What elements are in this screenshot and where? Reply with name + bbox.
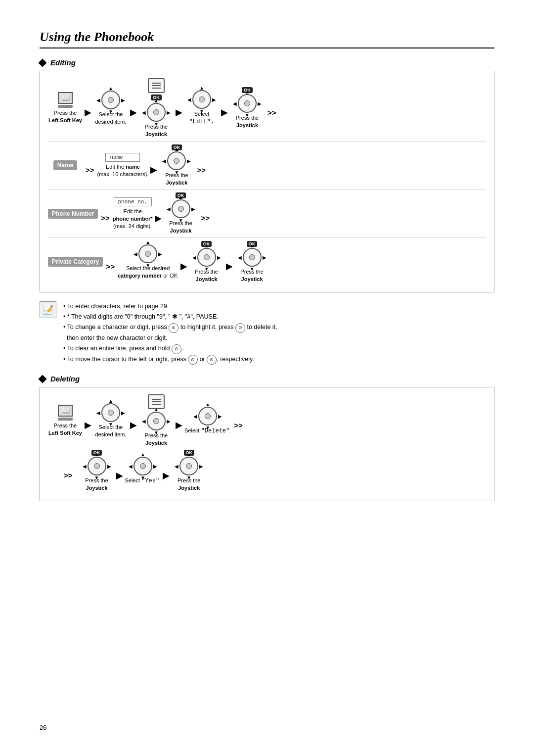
- private-cell: Private Category: [48, 257, 103, 267]
- step1-label: Press the Left Soft Key: [48, 109, 82, 124]
- arrow3: ▶: [176, 107, 182, 118]
- del-sub-wrap3: ▲ ▼ ◀ ▶: [179, 457, 198, 475]
- editing-diagram: 📖 Press the Left Soft Key ▶ ▲ ▼ ◀ ▶ Sele…: [40, 71, 494, 292]
- dbl-arrow-priv1: >>: [106, 262, 115, 271]
- del-softkey-icon: 📖: [58, 405, 73, 421]
- name-input: name: [105, 153, 140, 162]
- softkey-icon: 📖: [58, 92, 73, 108]
- arrow-priv2: ▶: [180, 261, 187, 272]
- name-joystick-cell: OK ▲ ▼ ◀ ▶ Press theJoystick: [159, 144, 194, 187]
- joystick-icon-priv1: [138, 244, 157, 263]
- del-sub-joystick3: OK ▲ ▼ ◀ ▶ Press theJoystick: [172, 450, 206, 492]
- del-joystick-wrap2: ▲ ▼ ◀ ▶: [147, 412, 166, 430]
- del-sub-wrap2: ▲ ▼ ◀ ▶: [134, 457, 152, 475]
- name-cell: Name: [48, 160, 83, 170]
- del-joystick-icon1: [101, 403, 120, 422]
- del-sub-joystick2: ▲ ▼ ◀ ▶ Select "Yes".: [125, 457, 161, 485]
- del-joystick1: ▲ ▼ ◀ ▶ Select thedesired item.: [93, 403, 128, 438]
- step-joystick1: ▲ ▼ ◀ ▶ Select thedesired item.: [93, 91, 128, 126]
- step-joystick3: ▲ ▼ ◀ ▶ Select"Edit".: [184, 90, 219, 126]
- private-row: Private Category >> ▲ ▼ ◀ ▶ Select the d…: [48, 241, 486, 283]
- step-softkey: 📖 Press the Left Soft Key: [48, 92, 83, 124]
- del-select-cell: ▲ ▼ ◀ ▶ Select "Delete".: [184, 407, 231, 435]
- del-arrow2: ▶: [130, 420, 137, 430]
- phone-edit-label: Edit thephone number*(max. 24 digits).: [113, 208, 153, 230]
- diamond-icon-2: [39, 375, 47, 383]
- joystick-name: ▲ ▼ ◀ ▶: [167, 151, 186, 170]
- del-sub-joystick1: OK ▲ ▼ ◀ ▶ Press theJoystick: [80, 450, 114, 492]
- del-step-softkey: 📖 Press theLeft Soft Key: [48, 405, 83, 437]
- page-title: Using the Phonebook: [40, 30, 494, 48]
- note-4: • To clear an entire line, press and hol…: [63, 343, 277, 354]
- phone-cell: Phone Number: [48, 209, 98, 219]
- dbl-arrow-phone2: >>: [201, 214, 210, 222]
- private-label-box: Private Category: [48, 257, 103, 267]
- name-row: Name >> name Edit the name(max. 16 chara…: [48, 144, 486, 187]
- note-2: • * The valid digits are "0" through "9"…: [63, 312, 277, 322]
- note-5: • To move the cursor to the left or righ…: [63, 354, 277, 365]
- joystick-icon3: [192, 90, 211, 109]
- notes-section: 📝 • To enter characters, refer to page 2…: [40, 301, 494, 365]
- joystick-wrap3: ▲ ▼ ◀ ▶: [192, 90, 211, 109]
- joystick-priv2: ▲ ▼ ◀ ▶: [197, 248, 216, 267]
- note-1: • To enter characters, refer to page 29.: [63, 301, 277, 312]
- del-softkey-bar: [58, 418, 73, 421]
- notes-text: • To enter characters, refer to page 29.…: [63, 301, 277, 365]
- private-joystick3-cell: OK ▲ ▼ ◀ ▶ Press theJoystick: [235, 241, 269, 283]
- deleting-sub-row: >> OK ▲ ▼ ◀ ▶ Press theJoystick ▶: [63, 450, 486, 492]
- step-menu-joystick: OK ▲ ▼ ◀ ▶ Press the Joystick: [139, 78, 174, 138]
- name-input-cell: name Edit the name(max. 16 characters).: [97, 153, 149, 178]
- deleting-diagram: 📖 Press theLeft Soft Key ▶ ▲ ▼ ◀ ▶ Selec…: [40, 387, 494, 501]
- del-sub-icon1: [88, 457, 106, 475]
- joystick-icon-name: [167, 151, 186, 170]
- note-3: • To change a character or digit, press …: [63, 322, 277, 343]
- arrow1: ▶: [85, 107, 91, 118]
- dbl-arrow-name1: >>: [86, 166, 94, 174]
- phone-row: Phone Number >> phone no. Edit thephone …: [48, 192, 486, 235]
- name-label-box: Name: [53, 160, 78, 170]
- editing-header: Editing: [40, 58, 494, 67]
- deleting-main-row: 📖 Press theLeft Soft Key ▶ ▲ ▼ ◀ ▶ Selec…: [48, 394, 486, 447]
- del-joystick-icon2: [147, 412, 166, 430]
- del-arrow3: ▶: [176, 420, 182, 430]
- phone-input: phone no.: [114, 197, 152, 206]
- del-sub-icon2: [134, 457, 152, 475]
- notes-icon: 📝: [40, 301, 56, 318]
- phone-input-cell: phone no. Edit thephone number*(max. 24 …: [113, 197, 153, 230]
- joystick-phone: ▲ ▼ ◀ ▶: [172, 199, 190, 218]
- private-joystick1-cell: ▲ ▼ ◀ ▶ Select the desiredcategory numbe…: [118, 244, 178, 280]
- joystick-priv3: ▲ ▼ ◀ ▶: [243, 248, 262, 267]
- del-joystick-wrap1: ▲ ▼ ◀ ▶: [101, 403, 120, 422]
- joystick-icon-priv2: [197, 248, 216, 267]
- book-icon: 📖: [58, 92, 73, 104]
- joystick-wrap2: ▲ ▼ ◀ ▶: [147, 103, 166, 122]
- joystick-icon4: [238, 94, 257, 113]
- joystick-icon1: [101, 91, 120, 109]
- del-sub-wrap1: ▲ ▼ ◀ ▶: [88, 457, 106, 475]
- del-book-icon: 📖: [58, 405, 73, 417]
- joystick-icon-phone: [172, 199, 190, 218]
- joystick-priv1: ▲ ▼ ◀ ▶: [138, 244, 157, 263]
- del-joystick-icon3: [198, 407, 217, 425]
- phone-joystick-cell: OK ▲ ▼ ◀ ▶ Press theJoystick: [164, 192, 198, 235]
- del-menu-cell: ▲ ▼ ◀ ▶ Press theJoystick: [139, 394, 174, 447]
- del-sub-arr2: ▶: [163, 470, 170, 481]
- del-joystick-wrap3: ▲ ▼ ◀ ▶: [198, 407, 217, 425]
- dbl-arrow-phone1: >>: [101, 214, 110, 222]
- del-sub-arr1: ▶: [116, 470, 123, 481]
- arrow-name2: ▶: [150, 164, 157, 175]
- step-ok-joystick: OK ▲ ▼ ◀ ▶ Press the Joystick: [230, 87, 265, 129]
- del-sub-dbl-arr: >>: [64, 471, 73, 479]
- del-step1-label: Press theLeft Soft Key: [48, 422, 82, 437]
- menu-icon: [148, 78, 165, 93]
- private-joystick2-cell: OK ▲ ▼ ◀ ▶ Press theJoystick: [189, 241, 224, 283]
- del-arrow1: ▶: [85, 420, 91, 430]
- diamond-icon: [39, 58, 47, 67]
- joystick-icon2: [147, 103, 166, 122]
- dbl-arrow1: >>: [267, 108, 276, 117]
- deleting-header: Deleting: [40, 375, 494, 383]
- joystick-wrap1: ▲ ▼ ◀ ▶: [101, 91, 120, 109]
- softkey-bar: [58, 105, 73, 108]
- dbl-arrow-name2: >>: [197, 166, 206, 174]
- del-sub-icon3: [179, 457, 198, 475]
